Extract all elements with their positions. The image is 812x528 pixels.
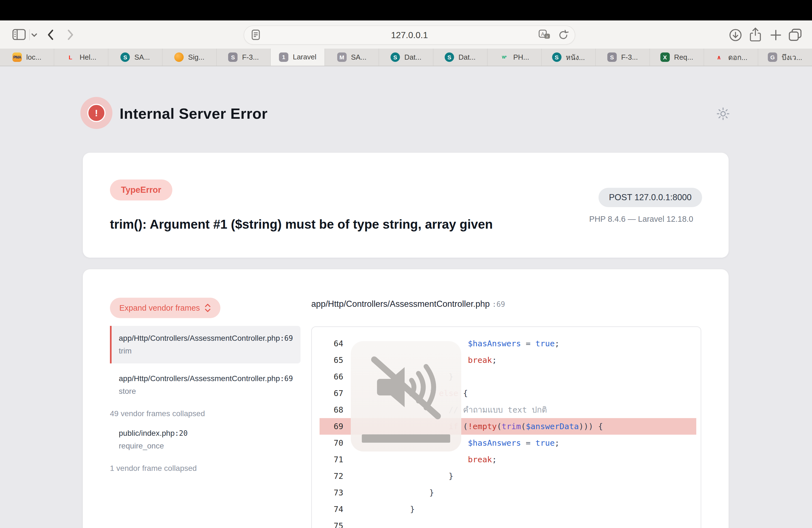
tab-overview-icon[interactable] <box>788 28 802 42</box>
reload-icon[interactable] <box>558 29 569 40</box>
line-number: 69 <box>312 422 343 431</box>
tab-label: Sig... <box>188 53 204 62</box>
sharepoint-icon: S <box>120 53 130 62</box>
tab-f3-2[interactable]: SF-3... <box>596 48 650 66</box>
code-file-line: :69 <box>492 300 505 308</box>
tab-label: loc... <box>26 53 41 62</box>
stack-frame-file: app/Http/Controllers/AssessmentControlle… <box>119 333 293 344</box>
sharepoint-icon: S <box>445 53 454 62</box>
line-number: 68 <box>312 405 343 414</box>
back-icon[interactable] <box>45 28 57 42</box>
line-number: 65 <box>312 355 343 365</box>
expand-vendor-frames-button[interactable]: Expand vendor frames <box>110 298 220 318</box>
tab-nang[interactable]: Sหนัง... <box>541 48 596 66</box>
exclamation-icon: ! <box>87 104 105 122</box>
mute-speaker-icon <box>365 353 447 422</box>
menu-bar <box>0 0 812 20</box>
sidebar-toggle-icon[interactable] <box>12 29 26 40</box>
stack-frame[interactable]: public/index.php:20require_once <box>110 427 301 452</box>
tab-helpdesk[interactable]: LHel... <box>54 48 108 66</box>
tab-localhost[interactable]: PMAloc... <box>0 48 54 66</box>
url-text[interactable]: 127.0.0.1 <box>391 30 428 40</box>
tab-label: ดอก... <box>728 52 748 63</box>
line-code: } <box>352 471 453 481</box>
tab-label: Dat... <box>459 53 476 62</box>
file-path: app/Http/Controllers/AssessmentControlle… <box>119 374 280 383</box>
error-summary-card: TypeError trim(): Argument #1 ($string) … <box>83 153 729 258</box>
stack-frame-method: require_once <box>119 440 293 452</box>
tab-label: Hel... <box>79 53 97 62</box>
translate-icon[interactable]: A x <box>538 29 551 40</box>
theme-toggle-sun-icon[interactable] <box>716 107 730 121</box>
tab-php-w3[interactable]: W³PH... <box>488 48 541 66</box>
microsoft-icon: M <box>337 53 347 62</box>
forward-icon[interactable] <box>64 28 76 42</box>
line-number: 66 <box>312 372 343 381</box>
line-code: } <box>352 488 434 497</box>
tab-label: SA... <box>351 53 366 62</box>
reader-icon[interactable] <box>251 29 260 40</box>
collapsed-frames-note[interactable]: 49 vendor frames collapsed <box>110 409 301 418</box>
error-message: trim(): Argument #1 ($string) must be of… <box>110 217 493 232</box>
chevron-up-down-icon <box>204 303 211 312</box>
line-number: 71 <box>312 455 343 464</box>
collapsed-frames-note[interactable]: 1 vendor frame collapsed <box>110 464 301 473</box>
tab-bar: PMAloc...LHel...SSA...Sig...SF-3...1Lara… <box>0 48 812 66</box>
tab-laravel[interactable]: 1Laravel <box>271 48 325 66</box>
tab-sharepoint-1[interactable]: SSA... <box>108 48 162 66</box>
red-chevrons-icon: ∧ <box>714 53 724 62</box>
file-path: public/index.php <box>119 429 175 437</box>
code-line-74: 74 } <box>312 501 701 517</box>
tab-f3-1[interactable]: SF-3... <box>217 48 271 66</box>
share-icon[interactable] <box>749 27 762 43</box>
svg-text:x: x <box>546 34 548 39</box>
browser-toolbar: 127.0.0.1 A x <box>0 20 812 48</box>
sharepoint-icon: S <box>552 53 562 62</box>
file-path: app/Http/Controllers/AssessmentControlle… <box>119 334 280 342</box>
w3schools-icon: W³ <box>499 53 509 62</box>
tab-label: F-3... <box>621 53 638 62</box>
stack-frame-method: store <box>119 385 293 397</box>
tab-bueng[interactable]: Gบึงเว... <box>758 48 812 66</box>
php-laravel-version: PHP 8.4.6 — Laravel 12.18.0 <box>589 215 693 224</box>
tab-label: บึงเว... <box>782 52 802 63</box>
stream-icon: S <box>607 53 617 62</box>
stack-frame-file: public/index.php:20 <box>119 427 293 439</box>
error-alert-icon: ! <box>81 97 112 129</box>
page-title: Internal Server Error <box>120 105 267 122</box>
tab-label: Dat... <box>404 53 421 62</box>
tab-sign[interactable]: Sig... <box>162 48 217 66</box>
stack-trace-list: app/Http/Controllers/AssessmentControlle… <box>110 326 301 473</box>
file-line-number: :69 <box>280 334 293 342</box>
code-line-73: 73 } <box>312 484 701 501</box>
tab-data-1[interactable]: SDat... <box>379 48 433 66</box>
stream-icon: S <box>228 53 237 62</box>
expand-vendor-frames-label: Expand vendor frames <box>119 304 200 312</box>
line-number: 75 <box>312 521 343 528</box>
tab-request-xls[interactable]: XReq... <box>650 48 704 66</box>
svg-text:A: A <box>541 31 545 37</box>
line-number: 64 <box>312 339 343 348</box>
tab-label: SA... <box>134 53 150 62</box>
new-tab-icon[interactable] <box>769 29 782 41</box>
g-favicon-icon: G <box>768 53 777 62</box>
tab-label: PH... <box>513 53 529 62</box>
line-number: 74 <box>312 504 343 514</box>
line-code: break; <box>352 455 497 464</box>
line-number: 73 <box>312 488 343 497</box>
chevron-down-icon[interactable] <box>29 32 39 38</box>
tab-label: F-3... <box>242 53 259 62</box>
file-line-number: :69 <box>280 375 293 383</box>
tab-dok[interactable]: ∧ดอก... <box>704 48 758 66</box>
sharepoint-icon: S <box>391 53 400 62</box>
tab-sharepoint-m[interactable]: MSA... <box>325 48 379 66</box>
stack-frame[interactable]: app/Http/Controllers/AssessmentControlle… <box>110 326 301 363</box>
code-line-71: 71 break; <box>312 451 701 468</box>
stack-frame[interactable]: app/Http/Controllers/AssessmentControlle… <box>110 373 301 397</box>
exception-class-badge: TypeError <box>110 179 172 201</box>
request-method-badge: POST 127.0.0.1:8000 <box>598 188 702 207</box>
address-bar[interactable]: 127.0.0.1 A x <box>244 25 575 45</box>
code-file-header: app/Http/Controllers/AssessmentControlle… <box>311 299 505 309</box>
tab-data-2[interactable]: SDat... <box>433 48 488 66</box>
downloads-icon[interactable] <box>729 28 742 42</box>
